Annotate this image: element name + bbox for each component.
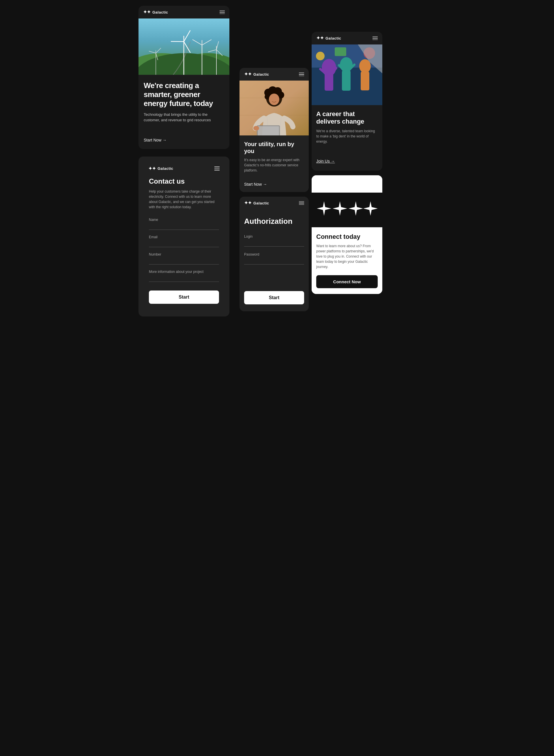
- password-label: Password: [244, 252, 304, 256]
- hero-title: We're creating a smarter, greener energy…: [144, 81, 224, 108]
- password-field: Password: [244, 252, 304, 264]
- hero-image: [138, 18, 229, 75]
- utility-card: ✦✦ Galactic: [239, 68, 309, 192]
- hero-menu-button[interactable]: [220, 10, 225, 14]
- career-cta-link[interactable]: Join Us →: [316, 159, 335, 163]
- utility-image: [239, 81, 309, 136]
- contact-title: Contact us: [149, 177, 219, 185]
- login-label: Login: [244, 235, 304, 239]
- svg-point-30: [269, 94, 279, 105]
- auth-logo: ✦✦ Galactic: [244, 201, 269, 205]
- contact-form-area: Contact us Help your customers take char…: [144, 177, 224, 311]
- connect-card: Connect today Want to learn more about u…: [312, 175, 382, 294]
- contact-logo-icon: ✦✦: [148, 166, 156, 171]
- connect-content: Connect today Want to learn more about u…: [312, 227, 382, 294]
- auth-logo-icon: ✦✦: [244, 201, 252, 205]
- login-field: Login: [244, 235, 304, 247]
- contact-submit-button[interactable]: Start: [149, 291, 219, 304]
- auth-title: Authorization: [244, 217, 304, 226]
- logo-icon: ✦✦: [143, 10, 151, 14]
- number-input[interactable]: [149, 258, 219, 264]
- utility-title: Your utility, run by you: [244, 141, 304, 154]
- career-logo-text: Galactic: [326, 36, 341, 40]
- career-card: ✦✦ Galactic: [312, 32, 382, 171]
- hero-cta-link[interactable]: Start Now →: [144, 138, 166, 142]
- number-field: Number: [149, 252, 219, 264]
- utility-description: It's easy to be an energy expert with Ga…: [244, 157, 304, 173]
- svg-rect-32: [258, 126, 279, 136]
- star-pattern: [312, 193, 382, 227]
- hero-logo: ✦✦ Galactic: [143, 10, 168, 14]
- utility-person-svg: [239, 81, 309, 136]
- svg-point-33: [253, 126, 259, 131]
- svg-point-47: [316, 52, 325, 60]
- hero-nav: ✦✦ Galactic: [138, 6, 229, 18]
- hero-card: ✦✦ Galactic: [138, 6, 229, 149]
- career-logo-icon: ✦✦: [316, 36, 324, 40]
- left-column: ✦✦ Galactic: [138, 6, 229, 316]
- login-input[interactable]: [244, 240, 304, 247]
- svg-rect-42: [361, 71, 369, 90]
- utility-content: Your utility, run by you It's easy to be…: [239, 136, 309, 192]
- connect-description: Want to learn more about us? From power …: [316, 243, 378, 269]
- connect-now-button[interactable]: Connect Now: [316, 275, 378, 288]
- more-info-input[interactable]: [149, 275, 219, 282]
- career-title: A career that delivers change: [316, 110, 378, 125]
- utility-logo-icon: ✦✦: [244, 72, 252, 77]
- svg-rect-49: [335, 47, 346, 56]
- contact-card: ✦✦ Galactic Contact us Help your custome…: [138, 156, 229, 316]
- more-info-field: More information about your project: [149, 270, 219, 282]
- connect-title: Connect today: [316, 233, 378, 241]
- contact-nav: ✦✦ Galactic: [144, 162, 224, 175]
- logo-text: Galactic: [152, 10, 168, 14]
- career-nav: ✦✦ Galactic: [312, 32, 382, 45]
- career-content: A career that delivers change We're a di…: [312, 105, 382, 171]
- windmill-svg: [138, 18, 229, 75]
- utility-logo-text: Galactic: [253, 72, 269, 77]
- email-label: Email: [149, 235, 219, 239]
- career-menu-button[interactable]: [373, 36, 378, 40]
- hero-subtitle: Technology that brings the utility to th…: [144, 112, 224, 123]
- hero-content: We're creating a smarter, greener energy…: [138, 75, 229, 149]
- number-label: Number: [149, 252, 219, 256]
- contact-menu-button[interactable]: [214, 167, 220, 170]
- email-field: Email: [149, 235, 219, 247]
- contact-logo: ✦✦ Galactic: [148, 166, 173, 171]
- right-column: ✦✦ Galactic: [301, 6, 377, 316]
- auth-card: ✦✦ Galactic Authorization Login Password: [239, 197, 309, 311]
- career-image: [312, 45, 382, 105]
- stars-svg: [316, 198, 378, 221]
- career-mural-svg: [312, 45, 382, 105]
- contact-description: Help your customers take charge of their…: [149, 189, 219, 210]
- auth-logo-text: Galactic: [253, 201, 269, 205]
- career-logo: ✦✦ Galactic: [316, 36, 341, 40]
- utility-logo: ✦✦ Galactic: [244, 72, 269, 77]
- auth-nav: ✦✦ Galactic: [239, 197, 309, 209]
- contact-logo-text: Galactic: [158, 166, 173, 171]
- middle-column: ✦✦ Galactic: [229, 6, 301, 316]
- name-input[interactable]: [149, 223, 219, 230]
- utility-cta-link[interactable]: Start Now →: [244, 182, 267, 187]
- name-field: Name: [149, 218, 219, 230]
- auth-form-area: Authorization Login Password Start: [239, 209, 309, 311]
- email-input[interactable]: [149, 240, 219, 247]
- more-info-label: More information about your project: [149, 270, 219, 274]
- auth-submit-button[interactable]: Start: [244, 291, 304, 304]
- utility-nav: ✦✦ Galactic: [239, 68, 309, 81]
- name-label: Name: [149, 218, 219, 222]
- password-input[interactable]: [244, 258, 304, 264]
- connect-top-white: [312, 175, 382, 193]
- career-description: We're a diverse, talented team looking t…: [316, 129, 378, 144]
